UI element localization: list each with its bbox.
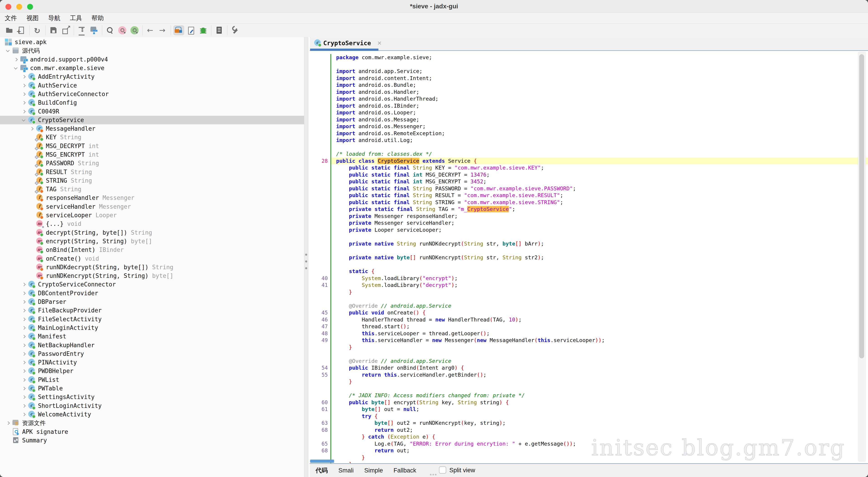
tree-item-dbparser[interactable]: DBParser — [0, 298, 304, 306]
tab-cryptoservice[interactable]: CryptoService × — [314, 37, 381, 49]
chevron-closed-icon[interactable] — [20, 358, 28, 367]
chevron-closed-icon[interactable] — [20, 376, 28, 384]
tree-item-com-mwr-example-sieve[interactable]: com.mwr.example.sieve — [0, 64, 304, 72]
code-editor[interactable]: initsec blog.gm7.org package com.mwr.exa… — [310, 51, 868, 464]
chevron-closed-icon[interactable] — [20, 298, 28, 306]
chevron-closed-icon[interactable] — [20, 341, 28, 350]
tree-item-onbind-intent[interactable]: onBind(Intent)IBinder — [0, 245, 304, 254]
sync-icon[interactable] — [76, 25, 87, 35]
tree-item-passwordentry[interactable]: PasswordEntry — [0, 350, 304, 358]
horizontal-scrollbar-thumb[interactable] — [310, 459, 334, 463]
tree-item-cryptoserviceconnector[interactable]: CryptoServiceConnector — [0, 280, 304, 289]
menu-item-3[interactable]: 导航 — [43, 14, 65, 22]
split-view-checkbox[interactable] — [439, 466, 446, 474]
tree-item-pinactivity[interactable]: PINActivity — [0, 358, 304, 367]
back-icon[interactable] — [145, 25, 156, 35]
menu-item-2[interactable]: 视图 — [22, 14, 43, 22]
quark-icon[interactable] — [186, 25, 196, 35]
chevron-closed-icon[interactable] — [20, 401, 28, 410]
tree-item-dbcontentprovider[interactable]: DBContentProvider — [0, 289, 304, 298]
chevron-closed-icon[interactable] — [20, 90, 28, 98]
chevron-closed-icon[interactable] — [20, 289, 28, 298]
chevron-closed-icon[interactable] — [20, 410, 28, 419]
chevron-closed-icon[interactable] — [20, 280, 28, 289]
debugger-icon[interactable] — [198, 25, 209, 35]
tree-item-fileselectactivity[interactable]: FileSelectActivity — [0, 315, 304, 324]
bottom-tab-fallback[interactable]: Fallback — [394, 467, 416, 474]
add-files-icon[interactable] — [16, 25, 27, 35]
tree-item-tag[interactable]: TAGString — [0, 185, 304, 193]
flat-packages-icon[interactable] — [89, 25, 99, 35]
tree-item-cryptoservice[interactable]: CryptoService — [0, 116, 304, 124]
bottom-tab-代码[interactable]: 代码 — [315, 466, 328, 475]
menu-item-5[interactable]: 帮助 — [87, 14, 108, 22]
file-tree-panel[interactable]: sieve.apk源代码android.support.p000v4com.mw… — [0, 37, 304, 477]
save-all-icon[interactable] — [48, 25, 59, 35]
tree-item-apk-signature[interactable]: APK signature — [0, 427, 304, 436]
tree-item-responsehandler[interactable]: responseHandlerMessenger — [0, 193, 304, 202]
search-class-icon[interactable] — [129, 25, 140, 35]
export-icon[interactable] — [60, 25, 71, 35]
tree-item-android-support-p000v4[interactable]: android.support.p000v4 — [0, 55, 304, 64]
open-file-icon[interactable] — [4, 25, 15, 35]
tree-item-pwlist[interactable]: PWList — [0, 376, 304, 384]
tree-item-buildconfig[interactable]: BuildConfig — [0, 98, 304, 107]
tree-item-authserviceconnector[interactable]: AuthServiceConnector — [0, 90, 304, 98]
tree-item-manifest[interactable]: Manifest — [0, 332, 304, 341]
tree-item-addentryactivity[interactable]: AddEntryActivity — [0, 72, 304, 81]
chevron-closed-icon[interactable] — [4, 419, 12, 427]
tree-item-authservice[interactable]: AuthService — [0, 81, 304, 90]
chevron-open-icon[interactable] — [20, 116, 28, 124]
chevron-closed-icon[interactable] — [20, 81, 28, 90]
chevron-open-icon[interactable] — [4, 46, 12, 55]
chevron-open-icon[interactable] — [12, 64, 20, 72]
tree-item-msg-encrypt[interactable]: MSG_ENCRYPTint — [0, 150, 304, 159]
bottom-tab-simple[interactable]: Simple — [364, 467, 383, 474]
search-icon[interactable] — [105, 25, 116, 35]
tree-item-c0049r[interactable]: C0049R — [0, 107, 304, 116]
tree-item-summary[interactable]: Summary — [0, 436, 304, 445]
chevron-closed-icon[interactable] — [20, 306, 28, 315]
chevron-closed-icon[interactable] — [20, 350, 28, 358]
tree-item-runndkdecrypt-string-byte[interactable]: runNDKdecrypt(String, byte[])String — [0, 263, 304, 271]
chevron-closed-icon[interactable] — [20, 332, 28, 341]
bottom-tab-smali[interactable]: Smali — [338, 467, 354, 474]
chevron-closed-icon[interactable] — [20, 107, 28, 116]
chevron-closed-icon[interactable] — [20, 393, 28, 401]
search-text-icon[interactable] — [117, 25, 128, 35]
tree-item-item[interactable]: {...}void — [0, 219, 304, 228]
resize-handle-dots-icon[interactable] — [430, 474, 437, 476]
tree-item-oncreate[interactable]: onCreate()void — [0, 254, 304, 263]
tree-item-netbackuphandler[interactable]: NetBackupHandler — [0, 341, 304, 349]
tree-item-welcomeactivity[interactable]: WelcomeActivity — [0, 410, 304, 419]
tree-item-password[interactable]: PASSWORDString — [0, 159, 304, 168]
deobfuscation-icon[interactable] — [174, 25, 184, 35]
chevron-closed-icon[interactable] — [12, 55, 20, 64]
vertical-scrollbar[interactable] — [858, 52, 866, 461]
tree-item-result[interactable]: RESULTString — [0, 168, 304, 176]
tree-item-decrypt-string-byte[interactable]: decrypt(String, byte[])String — [0, 228, 304, 237]
chevron-closed-icon[interactable] — [20, 98, 28, 107]
panel-splitter[interactable] — [304, 37, 308, 477]
tree-item-encrypt-string-string[interactable]: encrypt(String, String)byte[] — [0, 237, 304, 245]
tree-item-msg-decrypt[interactable]: MSG_DECRYPTint — [0, 142, 304, 150]
tree-item-string[interactable]: STRINGString — [0, 176, 304, 185]
tree-item-runndkencrypt-string-string[interactable]: runNDKencrypt(String, String)byte[] — [0, 271, 304, 280]
tree-item-源代码[interactable]: 源代码 — [0, 46, 304, 55]
vertical-scrollbar-thumb[interactable] — [859, 54, 864, 358]
chevron-closed-icon[interactable] — [20, 367, 28, 375]
menu-item-1[interactable]: 文件 — [3, 14, 22, 22]
tree-item-mainloginactivity[interactable]: MainLoginActivity — [0, 324, 304, 332]
tree-item-sieve-apk[interactable]: sieve.apk — [0, 38, 304, 46]
chevron-closed-icon[interactable] — [20, 72, 28, 81]
tree-item-messagehandler[interactable]: MessageHandler — [0, 124, 304, 133]
log-viewer-icon[interactable] — [214, 25, 225, 35]
tree-item-资源文件[interactable]: 资源文件 — [0, 419, 304, 427]
close-tab-icon[interactable]: × — [377, 39, 381, 47]
tree-item-key[interactable]: KEYString — [0, 133, 304, 142]
tree-item-servicelooper[interactable]: serviceLooperLooper — [0, 211, 304, 219]
forward-icon[interactable] — [157, 25, 168, 35]
chevron-closed-icon[interactable] — [20, 324, 28, 332]
chevron-closed-icon[interactable] — [20, 384, 28, 393]
chevron-closed-icon[interactable] — [20, 315, 28, 324]
